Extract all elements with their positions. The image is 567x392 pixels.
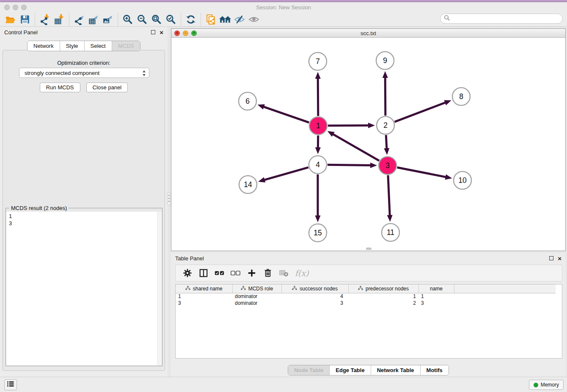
- float-table-panel-icon[interactable]: [549, 256, 553, 260]
- run-mcds-button[interactable]: Run MCDS: [40, 83, 80, 92]
- node-table[interactable]: shared nameMCDS rolesuccessor nodesprede…: [175, 284, 562, 359]
- network-window-titlebar[interactable]: × − + scc.txt: [171, 29, 565, 38]
- network-canvas[interactable]: 7968124314101511: [171, 38, 565, 251]
- list-icon: [7, 381, 14, 389]
- checked-boxes-icon[interactable]: [214, 267, 226, 279]
- tab-mcds[interactable]: MCDS: [112, 41, 140, 51]
- export-network-icon[interactable]: [72, 14, 86, 25]
- column-header-shared-name[interactable]: shared name: [176, 284, 232, 293]
- table-panel: Table Panel × f(x) shared nameMCDS roles…: [171, 253, 566, 377]
- mcds-tab-content: Optimization criterion: strongly connect…: [3, 50, 165, 371]
- unchecked-boxes-icon[interactable]: [230, 267, 242, 279]
- mcds-result-textarea[interactable]: 13: [6, 212, 162, 365]
- split-columns-icon[interactable]: [198, 267, 209, 279]
- graph-node-2[interactable]: 2: [377, 116, 394, 134]
- svg-text:3: 3: [385, 161, 390, 170]
- close-panel-icon[interactable]: ×: [160, 29, 163, 36]
- eye-icon[interactable]: [247, 14, 261, 25]
- status-bar: Memory: [0, 377, 567, 392]
- graph-node-6[interactable]: 6: [239, 92, 256, 110]
- graph-node-14[interactable]: 14: [239, 176, 257, 193]
- tab-network[interactable]: Network: [28, 41, 60, 51]
- houses-icon[interactable]: [218, 14, 232, 25]
- tab-edge-table[interactable]: Edge Table: [329, 365, 370, 375]
- column-header-predecessor-nodes[interactable]: predecessor nodes: [348, 284, 418, 293]
- main-toolbar: [0, 12, 567, 27]
- graph-node-8[interactable]: 8: [452, 88, 470, 105]
- mcds-result-line: 1: [9, 213, 159, 220]
- graph-node-1[interactable]: 1: [309, 117, 327, 135]
- column-header-name[interactable]: name: [418, 284, 454, 293]
- cell[interactable]: 3: [418, 300, 454, 306]
- cell[interactable]: 4: [281, 293, 348, 300]
- cell[interactable]: 1: [348, 293, 418, 300]
- export-table-icon[interactable]: [86, 14, 101, 25]
- panel-splitter-handle[interactable]: [167, 193, 171, 205]
- cell[interactable]: 2: [348, 300, 418, 306]
- zoom-in-icon[interactable]: [121, 14, 135, 25]
- graph-node-4[interactable]: 4: [309, 156, 327, 174]
- graph-node-7[interactable]: 7: [309, 52, 327, 70]
- search-box[interactable]: [440, 14, 563, 24]
- network-from-selection-icon[interactable]: [204, 14, 218, 25]
- mcds-result-group: MCDS result (2 nodes) 13: [6, 208, 162, 366]
- sort-tree-icon: [185, 286, 190, 292]
- task-history-button[interactable]: [4, 379, 17, 390]
- search-input[interactable]: [452, 16, 562, 22]
- table-row[interactable]: 1dominator411: [176, 293, 556, 300]
- zoom-selected-icon[interactable]: [164, 14, 178, 25]
- column-header-filler: [454, 284, 556, 293]
- column-header-successor-nodes[interactable]: successor nodes: [281, 284, 348, 293]
- graph-node-9[interactable]: 9: [376, 52, 394, 69]
- memory-status-icon: [534, 383, 538, 387]
- svg-text:2: 2: [383, 121, 388, 130]
- svg-text:1: 1: [316, 121, 320, 130]
- zoom-fit-icon[interactable]: [149, 14, 164, 25]
- svg-text:6: 6: [245, 97, 250, 105]
- svg-text:4: 4: [316, 160, 320, 169]
- graph-node-15[interactable]: 15: [309, 224, 327, 242]
- table-row[interactable]: 3dominator323: [176, 300, 556, 306]
- search-icon: [444, 15, 450, 22]
- mcds-result-line: 3: [9, 220, 159, 227]
- tab-select[interactable]: Select: [84, 41, 112, 51]
- svg-text:11: 11: [387, 228, 394, 237]
- canvas-hscroll-thumb[interactable]: [366, 248, 372, 250]
- toolbar-separator: [69, 13, 69, 26]
- graph-node-10[interactable]: 10: [454, 171, 471, 189]
- tab-node-table[interactable]: Node Table: [288, 365, 329, 375]
- graph-node-3[interactable]: 3: [379, 157, 396, 174]
- cell[interactable]: dominator: [232, 300, 281, 306]
- trash-icon[interactable]: [262, 267, 274, 279]
- column-header-MCDS-role[interactable]: MCDS role: [232, 284, 281, 293]
- svg-text:9: 9: [383, 56, 387, 65]
- cell[interactable]: 3: [176, 300, 232, 306]
- cell[interactable]: 1: [418, 293, 454, 300]
- zoom-out-icon[interactable]: [135, 14, 149, 25]
- open-session-folder-icon[interactable]: [3, 14, 18, 25]
- result-scrollbar[interactable]: [157, 212, 162, 365]
- import-network-icon[interactable]: [38, 14, 52, 25]
- gear-icon[interactable]: [182, 267, 193, 279]
- eye-slash-icon[interactable]: [232, 14, 247, 25]
- cell[interactable]: 1: [176, 293, 232, 300]
- add-icon[interactable]: [246, 267, 258, 279]
- tab-style[interactable]: Style: [60, 41, 84, 51]
- cell[interactable]: dominator: [232, 293, 281, 300]
- close-table-panel-icon[interactable]: ×: [558, 255, 561, 262]
- export-image-icon[interactable]: [101, 14, 115, 25]
- graph-node-11[interactable]: 11: [382, 224, 399, 241]
- sort-tree-icon: [292, 286, 297, 292]
- tab-motifs[interactable]: Motifs: [420, 365, 449, 375]
- tab-network-table[interactable]: Network Table: [371, 365, 420, 375]
- close-panel-button[interactable]: Close panel: [86, 83, 128, 92]
- import-table-icon[interactable]: [52, 14, 66, 25]
- cell[interactable]: 3: [281, 300, 348, 306]
- save-session-icon[interactable]: [18, 14, 32, 25]
- float-panel-icon[interactable]: [151, 30, 155, 34]
- optimization-criterion-select[interactable]: strongly connected component: [19, 68, 149, 78]
- optimization-criterion-label: Optimization criterion:: [3, 60, 165, 66]
- table-toolbar: f(x): [175, 265, 562, 282]
- refresh-icon[interactable]: [184, 14, 198, 25]
- memory-button[interactable]: Memory: [529, 380, 564, 390]
